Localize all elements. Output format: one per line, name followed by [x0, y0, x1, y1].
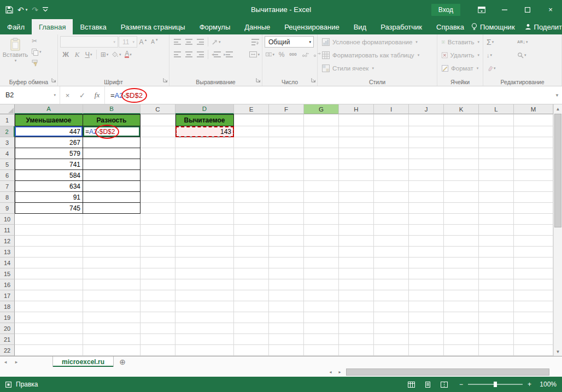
cell-G4[interactable]	[304, 148, 339, 159]
cell-D20[interactable]	[175, 323, 234, 334]
cell-D3[interactable]	[175, 137, 234, 148]
cell-C15[interactable]	[140, 268, 175, 279]
horizontal-scroll-thumb[interactable]	[346, 368, 549, 376]
cell-F18[interactable]	[269, 301, 304, 312]
ribbon-tab-file[interactable]: Файл	[0, 19, 32, 34]
fill-button[interactable]: ↓▾	[485, 49, 516, 61]
cell-E14[interactable]	[234, 258, 269, 268]
row-header-18[interactable]: 18	[0, 301, 15, 312]
cell-B2[interactable]: =A2-$D$2	[83, 126, 140, 137]
cell-C12[interactable]	[140, 236, 175, 247]
cell-I7[interactable]	[374, 181, 409, 192]
formula-bar-expand-button[interactable]: ▼	[552, 86, 562, 104]
cell-B18[interactable]	[83, 301, 140, 312]
cell-E3[interactable]	[234, 137, 269, 148]
maximize-button[interactable]	[516, 0, 539, 19]
cell-C11[interactable]	[140, 225, 175, 236]
minimize-button[interactable]	[493, 0, 516, 19]
row-header-11[interactable]: 11	[0, 225, 15, 236]
cell-G18[interactable]	[304, 301, 339, 312]
wrap-text-button[interactable]	[250, 36, 261, 48]
font-dialog-launcher[interactable]	[163, 75, 168, 85]
cell-H22[interactable]	[339, 345, 374, 356]
shrink-font-button[interactable]: А▼	[149, 36, 160, 48]
cell-B4[interactable]	[83, 148, 140, 159]
cell-D13[interactable]	[175, 247, 234, 258]
ribbon-tab-Разметка страницы[interactable]: Разметка страницы	[114, 19, 192, 34]
cell-J1[interactable]	[409, 114, 444, 126]
row-header-2[interactable]: 2	[0, 126, 15, 137]
vertical-scrollbar[interactable]: ▲ ▼	[553, 104, 562, 356]
save-button[interactable]	[5, 6, 13, 14]
cell-A21[interactable]	[15, 334, 83, 345]
cell-C7[interactable]	[140, 181, 175, 192]
cell-H16[interactable]	[339, 279, 374, 290]
cell-K14[interactable]	[444, 258, 479, 268]
scroll-down-button[interactable]: ▼	[554, 347, 562, 356]
cell-C18[interactable]	[140, 301, 175, 312]
horizontal-scrollbar[interactable]	[344, 367, 553, 377]
cell-A5[interactable]: 741	[15, 159, 83, 170]
undo-button[interactable]: ↶▾	[17, 5, 27, 14]
autosum-button[interactable]: Σ▾	[485, 36, 516, 48]
cell-F10[interactable]	[269, 214, 304, 225]
cell-K1[interactable]	[444, 114, 479, 126]
paste-button[interactable]: Вставить ▾	[2, 36, 28, 68]
cell-I12[interactable]	[374, 236, 409, 247]
column-header-D[interactable]: D	[175, 104, 234, 114]
cell-H14[interactable]	[339, 258, 374, 268]
cell-K11[interactable]	[444, 225, 479, 236]
cell-J2[interactable]	[409, 126, 444, 137]
cell-F4[interactable]	[269, 148, 304, 159]
increase-decimal-button[interactable]	[300, 49, 311, 60]
cell-K10[interactable]	[444, 214, 479, 225]
cell-I16[interactable]	[374, 279, 409, 290]
cell-D21[interactable]	[175, 334, 234, 345]
cell-L1[interactable]	[479, 114, 514, 126]
cell-M3[interactable]	[514, 137, 553, 148]
sign-in-button[interactable]: Вход	[431, 4, 460, 16]
ribbon-display-options-button[interactable]	[470, 0, 493, 19]
cell-A16[interactable]	[15, 279, 83, 290]
cell-K15[interactable]	[444, 268, 479, 279]
cell-I21[interactable]	[374, 334, 409, 345]
cell-I13[interactable]	[374, 247, 409, 258]
cell-K4[interactable]	[444, 148, 479, 159]
cell-J4[interactable]	[409, 148, 444, 159]
insert-function-button[interactable]: fx	[90, 86, 104, 104]
cell-A7[interactable]: 634	[15, 181, 83, 192]
cancel-button[interactable]: ×	[60, 86, 75, 104]
cell-H6[interactable]	[339, 170, 374, 181]
zoom-slider-thumb[interactable]	[494, 382, 497, 387]
cell-D15[interactable]	[175, 268, 234, 279]
cell-L10[interactable]	[479, 214, 514, 225]
cell-F12[interactable]	[269, 236, 304, 247]
ribbon-tab-Справка[interactable]: Справка	[429, 19, 471, 34]
cell-I15[interactable]	[374, 268, 409, 279]
format-painter-button[interactable]	[30, 57, 43, 68]
enter-button[interactable]: ✓	[75, 86, 90, 104]
cell-J14[interactable]	[409, 258, 444, 268]
cell-H9[interactable]	[339, 203, 374, 214]
underline-button[interactable]: Ч▾	[83, 49, 94, 60]
cell-H17[interactable]	[339, 290, 374, 301]
share-button[interactable]: Поделиться	[525, 23, 562, 31]
cell-K7[interactable]	[444, 181, 479, 192]
cell-C21[interactable]	[140, 334, 175, 345]
zoom-out-button[interactable]: −	[459, 381, 463, 388]
cell-M11[interactable]	[514, 225, 553, 236]
previous-sheet-button[interactable]: ◂	[0, 356, 11, 367]
cell-K17[interactable]	[444, 290, 479, 301]
cell-H3[interactable]	[339, 137, 374, 148]
cell-K19[interactable]	[444, 312, 479, 323]
name-box[interactable]: B2▾	[0, 86, 60, 104]
cell-J15[interactable]	[409, 268, 444, 279]
cell-C22[interactable]	[140, 345, 175, 356]
cell-D9[interactable]	[175, 203, 234, 214]
cell-H7[interactable]	[339, 181, 374, 192]
format-cells-button[interactable]: Формат ▾	[440, 62, 482, 75]
cell-I18[interactable]	[374, 301, 409, 312]
cell-G7[interactable]	[304, 181, 339, 192]
cell-C8[interactable]	[140, 192, 175, 203]
select-all-button[interactable]	[0, 104, 15, 114]
